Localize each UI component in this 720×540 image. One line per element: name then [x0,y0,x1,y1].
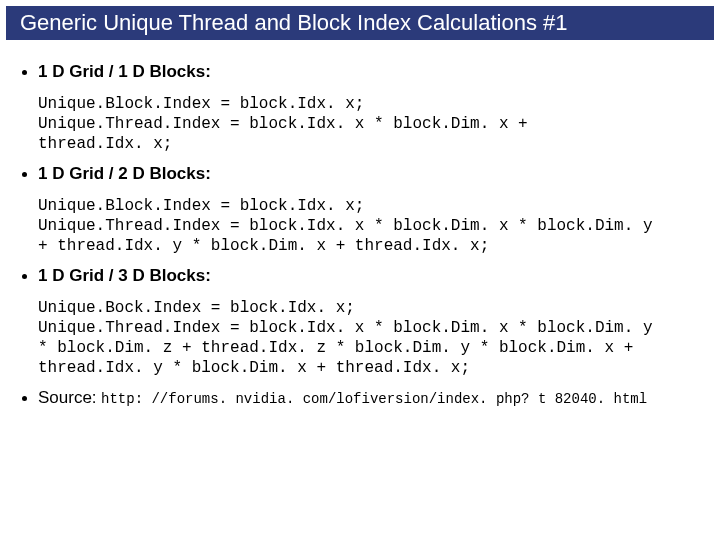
section-1: 1 D Grid / 1 D Blocks: [38,62,704,82]
slide-title-text: Generic Unique Thread and Block Index Ca… [20,10,567,35]
bullet-list: 1 D Grid / 3 D Blocks: [16,266,704,286]
bullet-list: 1 D Grid / 2 D Blocks: [16,164,704,184]
bullet-list: Source: http: //forums. nvidia. com/lofi… [16,388,704,408]
section-3-heading: 1 D Grid / 3 D Blocks: [38,266,211,285]
section-1-code: Unique.Block.Index = block.Idx. x; Uniqu… [38,94,704,154]
section-3: 1 D Grid / 3 D Blocks: [38,266,704,286]
slide-title: Generic Unique Thread and Block Index Ca… [6,6,714,40]
section-2-heading: 1 D Grid / 2 D Blocks: [38,164,211,183]
section-2-code: Unique.Block.Index = block.Idx. x; Uniqu… [38,196,704,256]
source-url: http: //forums. nvidia. com/lofiversion/… [101,391,647,407]
slide-content: 1 D Grid / 1 D Blocks: Unique.Block.Inde… [16,52,704,530]
section-3-code: Unique.Bock.Index = block.Idx. x; Unique… [38,298,704,378]
section-1-heading: 1 D Grid / 1 D Blocks: [38,62,211,81]
source-label: Source: [38,388,97,407]
slide: Generic Unique Thread and Block Index Ca… [0,0,720,540]
source-line: Source: http: //forums. nvidia. com/lofi… [38,388,704,408]
section-2: 1 D Grid / 2 D Blocks: [38,164,704,184]
bullet-list: 1 D Grid / 1 D Blocks: [16,62,704,82]
